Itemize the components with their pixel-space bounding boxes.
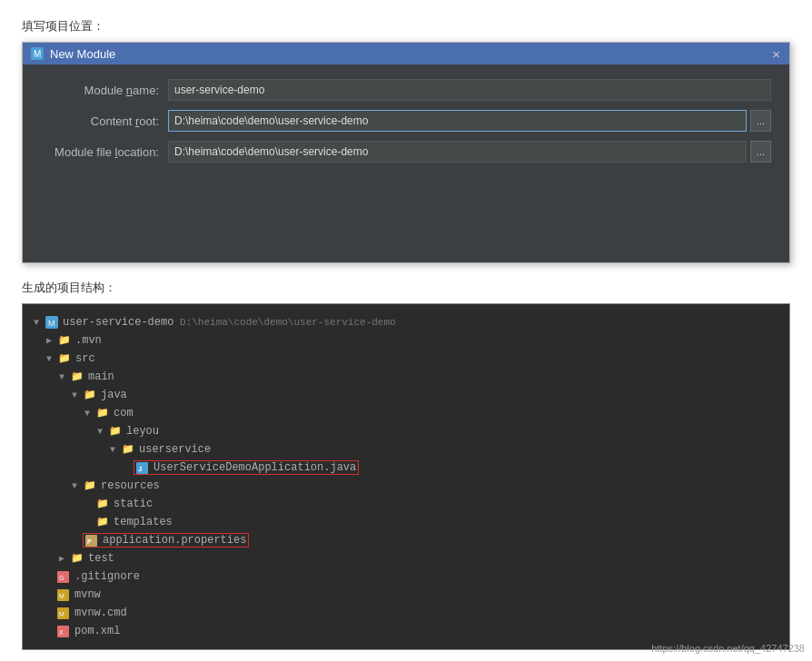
props-icon-appprops: P: [85, 534, 100, 547]
module-icon: M: [30, 46, 45, 61]
folder-icon-templates: 📁: [95, 516, 110, 528]
tree-label-main: main: [88, 370, 114, 383]
tree-arrow-com: ▼: [84, 409, 95, 419]
tree-arrow-test: ▶: [59, 553, 70, 564]
folder-icon-src: 📁: [57, 352, 72, 365]
content-root-input[interactable]: [168, 110, 747, 132]
module-file-location-input[interactable]: [168, 141, 747, 163]
tree-label-mvnw-cmd: mvnw.cmd: [74, 607, 127, 619]
tree-node-leyou: ▼ 📁 leyou: [34, 422, 778, 440]
fill-label: 填写项目位置：: [22, 18, 790, 35]
tree-node-static: 📁 static: [34, 495, 778, 513]
tree-arrow-userservice: ▼: [110, 445, 121, 455]
tree-node-mvnw: M mvnw: [34, 586, 778, 604]
tree-node-main-class: J UserServiceDemoApplication.java: [34, 459, 778, 477]
tree-label-com: com: [114, 407, 134, 419]
tree-node-mvn: ▶ 📁 .mvn: [34, 331, 778, 350]
dialog-close-button[interactable]: ×: [770, 47, 782, 61]
svg-text:M: M: [59, 593, 64, 599]
tree-label-main-class: UserServiceDemoApplication.java: [153, 461, 356, 474]
tree-label-appprops: application.properties: [103, 534, 246, 547]
content-root-label: Content root:: [41, 114, 168, 128]
tree-node-resources: ▼ 📁 resources: [34, 477, 778, 495]
folder-icon-static: 📁: [95, 498, 110, 510]
folder-icon-main: 📁: [70, 370, 84, 383]
svg-text:P: P: [87, 538, 92, 545]
project-tree: ▼ M user-service-demo D:\heima\code\demo…: [22, 303, 790, 650]
tree-label-test: test: [88, 552, 114, 565]
tree-node-test: ▶ 📁 test: [34, 549, 778, 567]
tree-arrow-java: ▼: [72, 390, 83, 400]
tree-label-java: java: [101, 389, 127, 401]
dialog-title: New Module: [50, 47, 115, 61]
tree-label-mvnw: mvnw: [74, 588, 101, 601]
highlight-appprops: P application.properties: [83, 533, 249, 548]
tree-path-root: D:\heima\code\demo\user-service-demo: [173, 317, 395, 328]
tree-node-src: ▼ 📁 src: [34, 350, 778, 368]
xml-icon-pom: X: [57, 625, 72, 637]
svg-text:M: M: [48, 319, 55, 328]
java-icon-main-class: J: [136, 461, 151, 474]
tree-arrow-root: ▼: [34, 318, 45, 328]
tree-node-main: ▼ 📁 main: [34, 368, 778, 386]
tree-node-userservice: ▼ 📁 userservice: [34, 440, 778, 459]
tree-arrow-resources: ▼: [72, 481, 83, 491]
tree-node-root: ▼ M user-service-demo D:\heima\code\demo…: [34, 313, 778, 331]
module-file-location-label: Module file location:: [41, 145, 168, 159]
svg-text:M: M: [34, 49, 41, 59]
tree-arrow-main: ▼: [59, 372, 70, 382]
module-name-row: Module name:: [41, 79, 771, 101]
tree-node-com: ▼ 📁 com: [34, 404, 778, 422]
module-file-location-row: Module file location: ...: [41, 141, 771, 163]
mvn-icon-mvnw-cmd: M: [57, 607, 72, 619]
new-module-dialog: M New Module × Module name: Content root…: [22, 42, 790, 263]
tree-arrow-leyou: ▼: [97, 427, 108, 437]
tree-label-mvn: .mvn: [75, 334, 102, 347]
content-root-browse-button[interactable]: ...: [750, 110, 771, 132]
watermark: https://blog.csdn.net/qq_42747238: [651, 643, 805, 654]
tree-label-resources: resources: [101, 479, 160, 492]
svg-text:G: G: [59, 575, 64, 581]
tree-label-templates: templates: [114, 516, 173, 528]
tree-label-userservice: userservice: [139, 443, 211, 456]
folder-icon-userservice: 📁: [121, 443, 135, 456]
module-icon-root: M: [45, 316, 59, 329]
mvn-icon-mvnw: M: [57, 588, 72, 601]
tree-node-appprops: P application.properties: [34, 531, 778, 549]
svg-text:M: M: [59, 611, 64, 617]
tree-label-static: static: [114, 498, 153, 510]
folder-icon-test: 📁: [70, 552, 84, 565]
module-name-input[interactable]: [168, 79, 771, 101]
module-file-location-browse-button[interactable]: ...: [750, 141, 771, 163]
content-root-row: Content root: ...: [41, 110, 771, 132]
folder-icon-mvn: 📁: [57, 334, 72, 347]
git-icon-gitignore: G: [57, 570, 72, 583]
tree-arrow-mvn: ▶: [46, 335, 57, 346]
folder-icon-leyou: 📁: [108, 425, 123, 438]
svg-text:J: J: [138, 465, 142, 473]
tree-node-java: ▼ 📁 java: [34, 386, 778, 404]
module-file-location-input-wrapper: ...: [168, 141, 771, 163]
dialog-titlebar: M New Module ×: [23, 43, 789, 64]
tree-node-templates: 📁 templates: [34, 513, 778, 531]
folder-icon-com: 📁: [95, 407, 110, 419]
module-name-input-wrapper: [168, 79, 771, 101]
highlight-main-class: J UserServiceDemoApplication.java: [134, 460, 359, 475]
tree-arrow-src: ▼: [46, 354, 57, 364]
tree-node-mvnw-cmd: M mvnw.cmd: [34, 604, 778, 622]
tree-label-gitignore: .gitignore: [74, 570, 140, 583]
svg-text:X: X: [59, 629, 64, 636]
module-name-label: Module name:: [41, 84, 168, 97]
tree-label-leyou: leyou: [126, 425, 159, 438]
folder-icon-java: 📁: [83, 389, 97, 401]
tree-node-pom: X pom.xml: [34, 622, 778, 640]
generate-label: 生成的项目结构：: [22, 280, 790, 296]
tree-label-pom: pom.xml: [74, 625, 120, 637]
tree-node-gitignore: G .gitignore: [34, 567, 778, 586]
content-root-input-wrapper: ...: [168, 110, 771, 132]
tree-label-root: user-service-demo: [63, 316, 173, 329]
tree-label-src: src: [75, 352, 95, 365]
folder-icon-resources: 📁: [83, 479, 97, 492]
